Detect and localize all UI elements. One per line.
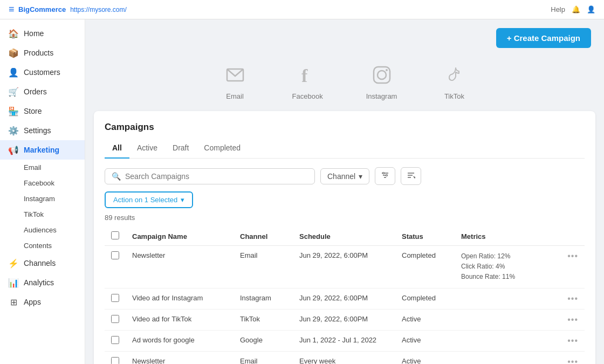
row-menu-button-3[interactable]: ••• [567,336,578,345]
logo-text: BigCommerce [18,5,66,13]
sidebar-label-analytics: Analytics [24,278,54,287]
action-on-selected-button[interactable]: Action on 1 Selected ▾ [105,191,193,208]
channel-facebook[interactable]: f Facebook [292,61,323,100]
sidebar-item-orders[interactable]: 🛒 Orders [0,82,85,101]
row-checkbox-4[interactable] [111,357,119,364]
sidebar-item-products[interactable]: 📦 Products [0,43,85,63]
table-row: Newsletter Email Jun 29, 2022, 6:00PM Co… [105,246,585,289]
tab-active[interactable]: Active [129,140,165,159]
table-row: Video ad for TikTok TikTok Jun 29, 2022,… [105,309,585,330]
chevron-down-icon: ▾ [359,172,362,181]
sidebar-label-orders: Orders [24,87,47,96]
search-box: 🔍 [105,168,315,184]
row-schedule-3: Jun 1, 2022 - Jul 1, 2022 [293,330,395,351]
channel-instagram[interactable]: Instagram [366,61,397,100]
row-checkbox-2[interactable] [111,315,119,323]
sidebar-label-marketing: Marketing [24,146,59,154]
svg-point-4 [386,69,388,71]
row-metrics-4 [455,351,561,364]
sidebar-label-store: Store [24,107,42,115]
col-header-name: Campaign Name [126,227,234,246]
search-input[interactable] [125,172,308,181]
select-all-checkbox[interactable] [111,231,119,239]
sidebar-item-settings[interactable]: ⚙️ Settings [0,121,85,140]
row-check-cell [105,309,126,330]
row-check-cell [105,351,126,364]
sidebar-sub-email[interactable]: Email [24,160,85,175]
metric-line: Open Ratio: 12% [461,251,554,262]
channel-row: Email f Facebook [85,54,604,111]
tab-all[interactable]: All [105,140,129,159]
sidebar-item-customers[interactable]: 👤 Customers [0,63,85,82]
store-url[interactable]: https://mysore.com/ [70,6,127,13]
row-schedule-4: Every week [293,351,395,364]
svg-rect-2 [374,67,390,83]
row-menu-button-2[interactable]: ••• [567,315,578,324]
row-channel-0: Email [234,246,293,289]
row-checkbox-3[interactable] [111,336,119,344]
action-dropdown-icon: ▾ [181,196,184,204]
row-actions-1: ••• [561,288,585,309]
row-schedule-1: Jun 29, 2022, 6:00PM [293,288,395,309]
row-metrics-3 [455,330,561,351]
instagram-channel-icon [368,61,396,89]
notifications-icon[interactable]: 🔔 [572,5,580,13]
sidebar-sub-instagram[interactable]: Instagram [24,191,85,207]
channel-email[interactable]: Email [221,61,249,100]
channel-dropdown[interactable]: Channel ▾ [320,168,369,184]
tab-draft[interactable]: Draft [165,140,196,159]
sidebar-sub-facebook[interactable]: Facebook [24,175,85,191]
facebook-channel-icon: f [293,61,321,89]
sidebar-item-apps[interactable]: ⊞ Apps [0,292,85,312]
sidebar-sub-contents[interactable]: Contents [24,238,85,253]
store-icon: 🏪 [9,106,18,116]
col-header-status: Status [395,227,455,246]
sidebar-label-home: Home [24,29,44,38]
sidebar-label-products: Products [24,49,53,57]
facebook-channel-label: Facebook [292,92,323,100]
row-menu-button-0[interactable]: ••• [567,251,578,260]
campaigns-card: Campaigns All Active Draft Completed 🔍 C… [94,111,595,364]
top-bar-right: Help 🔔 👤 [551,5,595,13]
table-row: Ad words for google Google Jun 1, 2022 -… [105,330,585,351]
row-metrics-1 [455,288,561,309]
row-channel-4: Email [234,351,293,364]
row-name-0: Newsletter [126,246,234,289]
sidebar: 🏠 Home 📦 Products 👤 Customers 🛒 Orders 🏪… [0,19,85,364]
row-checkbox-0[interactable] [111,251,119,259]
create-campaign-button[interactable]: + Create Campaign [496,28,591,48]
row-menu-button-1[interactable]: ••• [567,294,578,303]
sidebar-item-channels[interactable]: ⚡ Channels [0,253,85,273]
sidebar-sub-tiktok[interactable]: TikTok [24,207,85,222]
user-icon[interactable]: 👤 [587,5,595,13]
home-icon: 🏠 [9,29,18,38]
svg-point-8 [383,173,385,174]
sidebar-sub-audiences[interactable]: Audiences [24,222,85,238]
col-header-check [105,227,126,246]
help-link[interactable]: Help [551,5,565,13]
customers-icon: 👤 [9,67,18,77]
row-checkbox-1[interactable] [111,294,119,302]
page-header: + Create Campaign [85,19,604,54]
sidebar-label-channels: Channels [24,259,56,267]
metric-line: Click Ratio: 4% [461,262,554,272]
sidebar-item-analytics[interactable]: 📊 Analytics [0,273,85,292]
sort-button[interactable] [401,167,421,185]
row-status-2: Active [395,309,455,330]
row-menu-button-4[interactable]: ••• [567,357,578,364]
sidebar-item-marketing[interactable]: 📢 Marketing [0,140,85,160]
svg-point-9 [386,175,388,176]
sidebar-item-store[interactable]: 🏪 Store [0,101,85,121]
tiktok-channel-label: TikTok [444,92,464,100]
channel-dropdown-label: Channel [327,172,355,181]
col-header-metrics: Metrics [455,227,561,246]
sidebar-item-home[interactable]: 🏠 Home [0,24,85,43]
filter-row: 🔍 Channel ▾ [105,167,585,185]
email-channel-icon [221,61,249,89]
settings-icon: ⚙️ [9,126,18,135]
tab-completed[interactable]: Completed [196,140,248,159]
filter-options-button[interactable] [375,167,395,185]
row-check-cell [105,330,126,351]
metric-line: Bounce Rate: 11% [461,272,554,282]
channel-tiktok[interactable]: TikTok [440,61,468,100]
